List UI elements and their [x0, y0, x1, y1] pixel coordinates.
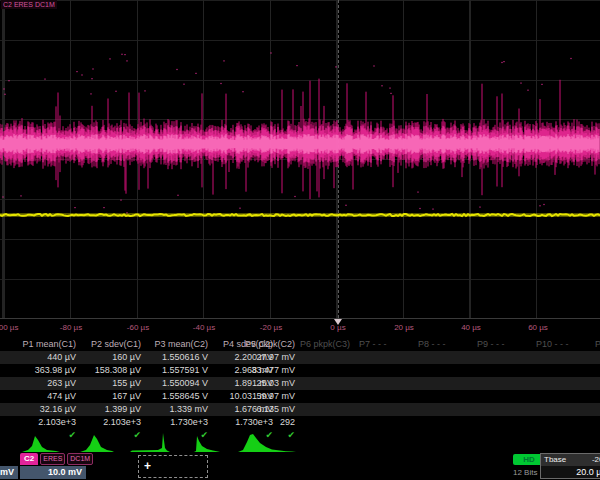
- oscilloscope-screen: C2 ERES DC1M -100 µs-80 µs-60 µs-40 µs-2…: [0, 0, 600, 480]
- measure-col-header-inactive[interactable]: P10 - - -: [536, 338, 598, 351]
- c2-coupling-chip: DC1M: [67, 453, 93, 465]
- time-axis-label: -40 µs: [193, 323, 215, 332]
- add-trace-button[interactable]: +: [138, 455, 208, 478]
- channel-c2-descriptor[interactable]: C2 ERES DC1M 10.0 mV: [20, 453, 86, 479]
- measure-row-max: 474 µV167 µV1.558645 V10.031 mV59.97 mV: [0, 390, 600, 403]
- histicon-p5: [238, 434, 296, 452]
- measure-cell: 6.135 mV: [233, 403, 295, 416]
- c2-scale-value: 10.0 mV: [20, 466, 86, 479]
- measure-cell: 1.550616 V: [146, 351, 208, 364]
- measure-cell: 2.103e+3: [14, 416, 76, 429]
- waveform-traces: [0, 0, 600, 318]
- measure-col-header-inactive[interactable]: P8 - - -: [418, 338, 480, 351]
- measure-col-header-inactive[interactable]: P11: [595, 338, 600, 351]
- measure-row-num: 2.103e+32.103e+31.730e+31.730e+3292: [0, 416, 600, 429]
- measure-col-header-inactive[interactable]: P9 - - -: [477, 338, 539, 351]
- bottom-status-bar: C1 DC1M 10.0 mV C2 ERES DC1M 10.0 mV + H…: [0, 452, 600, 480]
- measure-cell: 59.97 mV: [233, 390, 295, 403]
- measure-cell: 1.399 µV: [79, 403, 141, 416]
- hd-bits-label: 12 Bits: [513, 468, 537, 477]
- waveform-graticule[interactable]: C2 ERES DC1M: [0, 0, 600, 318]
- measure-cell: 27.97 mV: [233, 351, 295, 364]
- measure-cell: 25.03 mV: [233, 377, 295, 390]
- measure-cell: 474 µV: [14, 390, 76, 403]
- time-axis-label: -80 µs: [60, 323, 82, 332]
- measurement-histicons: [0, 432, 600, 452]
- measure-row-mean: 363.98 µV158.308 µV1.557591 V2.968 mV33.…: [0, 364, 600, 377]
- measure-cell: 440 µV: [14, 351, 76, 364]
- measurement-table: P1 mean(C1)P2 sdev(C1)P3 mean(C2)P4 sdev…: [0, 338, 600, 442]
- time-axis-label: -20 µs: [260, 323, 282, 332]
- tbase-offset: -20.0 µs: [592, 454, 600, 466]
- measure-cell: 1.558645 V: [146, 390, 208, 403]
- measure-row-value: 440 µV160 µV1.550616 V2.200 mV27.97 mV: [0, 351, 600, 364]
- time-axis-label: 0 µs: [330, 323, 345, 332]
- measure-cell: 167 µV: [79, 390, 141, 403]
- tbase-scale-value: 20.0 µs/div: [541, 466, 600, 479]
- measure-cell: 158.308 µV: [79, 364, 141, 377]
- measure-cell: 1.339 mV: [146, 403, 208, 416]
- plus-icon: +: [144, 459, 151, 473]
- time-axis-label: 60 µs: [528, 323, 548, 332]
- c2-tab[interactable]: C2: [20, 453, 38, 465]
- histicon-p1: [22, 436, 60, 452]
- measure-row-sdev: 32.16 µV1.399 µV1.339 mV1.676 mV6.135 mV: [0, 403, 600, 416]
- measure-col-header-inactive[interactable]: P7 - - -: [359, 338, 421, 351]
- measure-col-header[interactable]: P2 sdev(C1): [79, 338, 141, 351]
- measure-cell: 160 µV: [79, 351, 141, 364]
- measure-row-min: 263 µV155 µV1.550094 V1.891 mV25.03 mV: [0, 377, 600, 390]
- measure-cell: 2.103e+3: [79, 416, 141, 429]
- measure-col-header[interactable]: P3 mean(C2): [146, 338, 208, 351]
- histicon-p2: [80, 435, 114, 452]
- time-axis-label: 20 µs: [394, 323, 414, 332]
- measure-cell: 32.16 µV: [14, 403, 76, 416]
- measure-cell: 33.477 mV: [233, 364, 295, 377]
- c1-scale-value: 10.0 mV: [0, 466, 18, 479]
- trace-descriptor-label: C2 ERES DC1M: [1, 0, 57, 9]
- measure-cell: 155 µV: [79, 377, 141, 390]
- measure-cell: 1.557591 V: [146, 364, 208, 377]
- c2-eres-chip: ERES: [40, 453, 65, 465]
- histicon-p3: [130, 433, 170, 452]
- measure-cell: 1.550094 V: [146, 377, 208, 390]
- time-axis-label: -60 µs: [127, 323, 149, 332]
- time-axis-label: -100 µs: [0, 323, 18, 332]
- measure-cell: 263 µV: [14, 377, 76, 390]
- measure-col-header[interactable]: P1 mean(C1): [14, 338, 76, 351]
- measure-cell: 1.730e+3: [146, 416, 208, 429]
- measure-cell: 363.98 µV: [14, 364, 76, 377]
- time-axis: -100 µs-80 µs-60 µs-40 µs-20 µs0 µs20 µs…: [0, 318, 600, 338]
- measure-cell: 292: [233, 416, 295, 429]
- histicon-p4: [194, 436, 220, 452]
- measure-col-header[interactable]: P5 pkpk(C2): [233, 338, 295, 351]
- channel-c1-descriptor[interactable]: C1 DC1M 10.0 mV: [0, 453, 18, 479]
- tbase-label: Tbase: [544, 454, 566, 466]
- timebase-descriptor[interactable]: Tbase -20.0 µs 20.0 µs/div: [540, 453, 600, 479]
- time-axis-label: 40 µs: [461, 323, 481, 332]
- measure-col-header-inactive[interactable]: P6 pkpk(C3): [300, 338, 362, 351]
